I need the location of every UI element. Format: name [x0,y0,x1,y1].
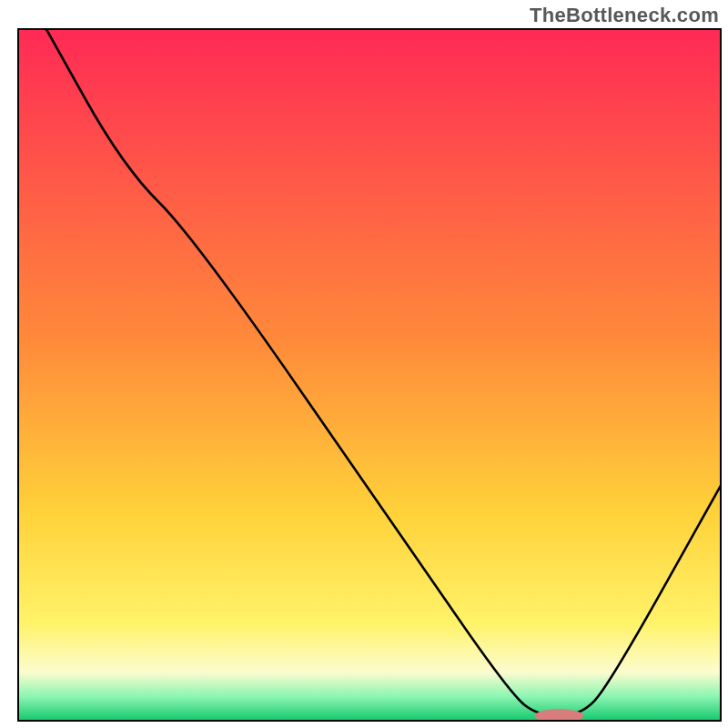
watermark-text: TheBottleneck.com [530,4,719,27]
bottleneck-plot [0,0,728,728]
gradient-background [18,29,721,721]
chart-container: TheBottleneck.com [0,0,728,728]
